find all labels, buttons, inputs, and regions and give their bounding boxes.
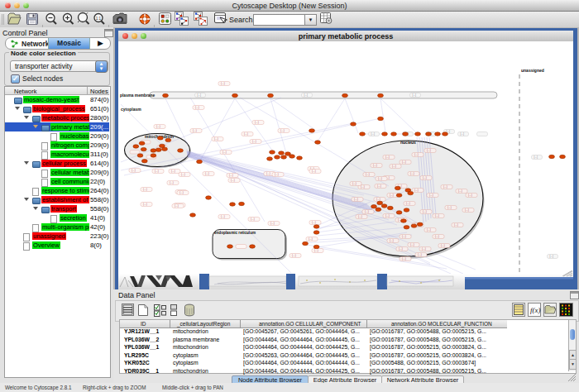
svg-text:(...): (...): [171, 170, 175, 173]
svg-text:(...): (...): [399, 247, 403, 251]
svg-text:(...): (...): [414, 189, 419, 192]
svg-text:plasma membrane: plasma membrane: [120, 93, 155, 98]
svg-text:nucleus: nucleus: [400, 140, 416, 145]
svg-text:(...): (...): [429, 194, 433, 197]
svg-text:[...]: [...]: [371, 132, 376, 136]
svg-text:(...): (...): [402, 160, 406, 164]
svg-text:(...): (...): [309, 237, 313, 241]
svg-text:(...): (...): [377, 184, 381, 188]
svg-text:[...]: [...]: [198, 93, 202, 97]
svg-text:(...): (...): [244, 132, 248, 136]
svg-text:(...): (...): [195, 106, 199, 109]
svg-text:(...): (...): [143, 188, 147, 191]
svg-text:(...): (...): [443, 185, 447, 189]
svg-text:(...): (...): [385, 155, 390, 159]
svg-text:unassigned: unassigned: [521, 68, 544, 73]
svg-text:(...): (...): [392, 165, 396, 168]
svg-text:(...): (...): [280, 129, 285, 132]
svg-text:(...): (...): [447, 206, 452, 209]
svg-text:(...): (...): [468, 194, 472, 197]
svg-text:[...]: [...]: [461, 132, 465, 136]
svg-text:(...): (...): [229, 174, 233, 177]
svg-text:(...): (...): [252, 140, 256, 143]
svg-text:(...): (...): [156, 125, 160, 128]
svg-text:(...): (...): [435, 214, 439, 218]
svg-text:(...): (...): [423, 176, 427, 179]
svg-text:(...): (...): [441, 244, 445, 247]
svg-text:(...): (...): [132, 169, 136, 172]
svg-text:(...): (...): [427, 228, 431, 232]
svg-text:(...): (...): [143, 203, 147, 206]
svg-text:(...): (...): [423, 210, 427, 213]
svg-text:(...): (...): [418, 253, 422, 256]
svg-text:(...): (...): [410, 243, 414, 246]
svg-text:(...): (...): [193, 129, 197, 132]
svg-text:(...): (...): [373, 164, 377, 167]
svg-text:(...): (...): [292, 254, 296, 257]
svg-text:(...): (...): [221, 215, 225, 218]
svg-text:(...): (...): [312, 221, 316, 224]
svg-text:(...): (...): [255, 121, 259, 124]
svg-text:(...): (...): [270, 222, 275, 225]
svg-text:1:1: 1:1: [96, 17, 102, 21]
svg-text:(...): (...): [385, 214, 390, 218]
svg-text:(...): (...): [435, 235, 439, 238]
svg-text:(...): (...): [214, 137, 218, 141]
svg-text:(...): (...): [314, 249, 318, 252]
svg-text:(...): (...): [354, 198, 358, 201]
svg-text:(...): (...): [406, 202, 410, 205]
svg-text:f(x): f(x): [530, 306, 541, 314]
svg-text:(...): (...): [358, 215, 362, 218]
svg-text:(...): (...): [454, 223, 458, 227]
svg-text:(...): (...): [155, 170, 159, 173]
svg-text:(...): (...): [427, 149, 431, 152]
svg-text:(...): (...): [221, 82, 225, 85]
svg-text:[...]: [...]: [413, 93, 417, 97]
svg-text:[...]: [...]: [304, 93, 309, 97]
svg-text:(...): (...): [366, 173, 370, 176]
svg-text:(...): (...): [390, 239, 394, 242]
svg-text:(...): (...): [312, 170, 316, 173]
svg-text:(...): (...): [402, 235, 406, 238]
svg-text:(...): (...): [181, 173, 185, 176]
svg-text:(...): (...): [251, 218, 255, 221]
svg-text:(...): (...): [170, 181, 174, 184]
svg-text:(...): (...): [352, 182, 356, 185]
svg-text:(...): (...): [414, 153, 419, 156]
svg-text:(...): (...): [422, 247, 426, 251]
svg-text:(...): (...): [390, 194, 394, 197]
svg-text:(...): (...): [231, 179, 235, 182]
svg-text:(...): (...): [410, 172, 414, 175]
svg-text:(...): (...): [365, 210, 369, 213]
svg-text:[...]: [...]: [550, 255, 554, 258]
svg-text:(...): (...): [361, 185, 365, 189]
svg-text:(...): (...): [179, 191, 184, 194]
svg-text:[...]: [...]: [534, 155, 538, 159]
svg-text:(...): (...): [378, 177, 382, 180]
svg-text:(...): (...): [205, 172, 209, 175]
svg-text:(...): (...): [376, 198, 380, 201]
svg-text:(...): (...): [275, 173, 279, 176]
svg-text:(...): (...): [266, 172, 270, 175]
svg-text:(...): (...): [223, 151, 227, 154]
svg-text:endoplasmic reticulum: endoplasmic reticulum: [214, 231, 256, 235]
svg-text:(...): (...): [402, 257, 406, 261]
svg-text:(...): (...): [458, 189, 462, 193]
svg-text:(...): (...): [465, 208, 469, 212]
svg-text:(...): (...): [175, 204, 179, 208]
